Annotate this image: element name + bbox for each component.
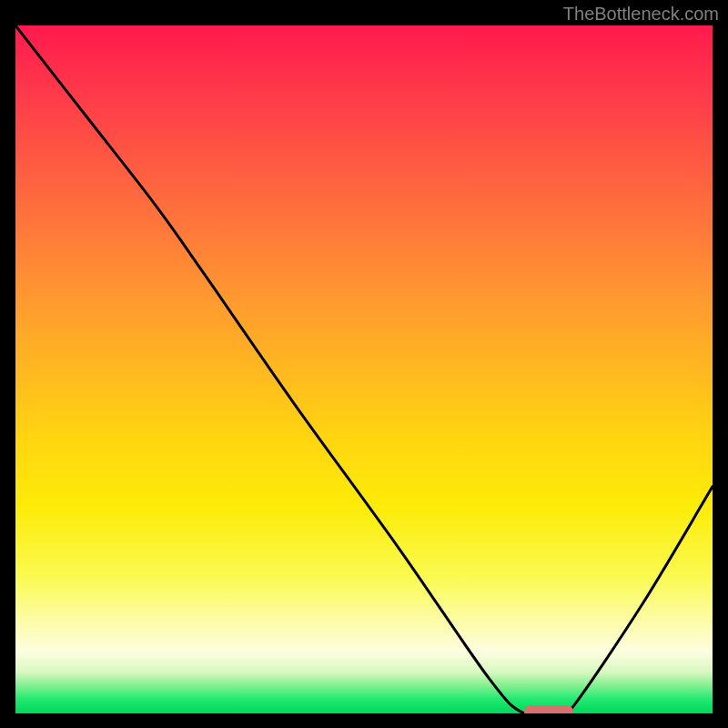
watermark-text: TheBottleneck.com — [563, 4, 719, 25]
bottleneck-curve-line — [15, 25, 713, 713]
curve-svg — [15, 25, 713, 713]
optimal-range-marker — [524, 705, 573, 713]
plot-area — [15, 25, 713, 713]
